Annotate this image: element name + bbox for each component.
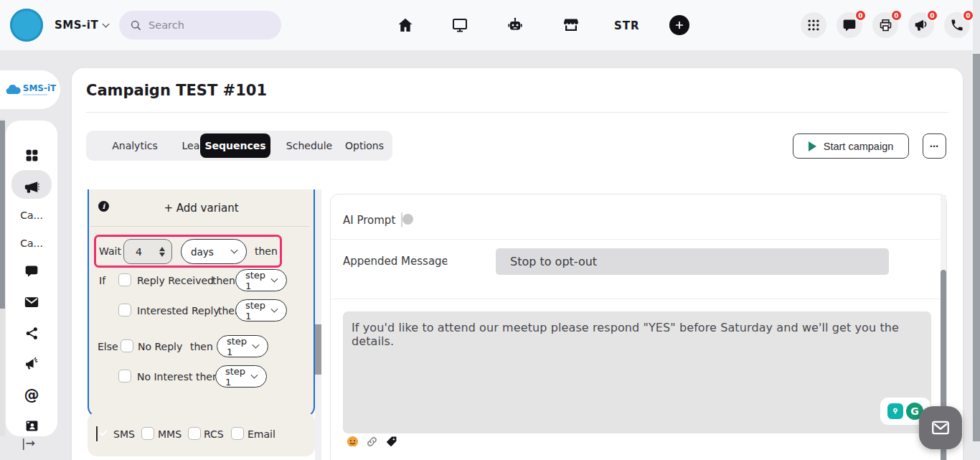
top-navbar: SMS-iT STR 0 0 0 0 [0,0,980,50]
condition-checkbox[interactable] [118,370,131,382]
message-textarea[interactable]: If you'd like to attend our meetup pleas… [343,311,931,433]
robot-icon[interactable] [507,17,524,34]
sidebar-item-mentions[interactable]: @ [6,382,57,408]
condition-step-select[interactable]: step 1 [215,365,267,388]
sidebar-logo[interactable]: SMS-iT [0,70,60,109]
tab-options[interactable]: Options [340,131,389,161]
home-icon[interactable] [397,17,414,34]
divider [86,112,948,113]
wait-then-label: then [255,245,278,257]
condition-step-select[interactable]: step 1 [217,335,268,357]
sidebar-item-announcements[interactable] [6,351,57,377]
channel-checkbox-sms[interactable] [96,426,98,441]
add-button[interactable] [669,15,689,35]
chat-bubble-icon [24,264,39,278]
fax-badge: 0 [890,9,903,22]
search-input[interactable] [149,19,263,31]
channel-checkbox-rcs[interactable] [188,427,201,440]
divider [331,299,946,299]
sidebar-item-campaigns[interactable] [6,174,57,200]
wait-label: Wait [99,245,121,257]
grid-icon [806,18,821,32]
ai-prompt-toggle[interactable] [401,212,402,227]
at-icon: @ [24,388,39,403]
wait-value-input[interactable]: 4 [123,239,172,264]
ai-prompt-label: AI Prompt [343,214,395,227]
wait-unit-select[interactable]: days [181,239,247,264]
condition-label: Interested Reply [137,305,220,316]
lightbulb-icon[interactable] [887,403,903,419]
appended-message-label: Appended Message : [343,255,456,268]
channel-label: RCS [204,428,224,440]
play-icon [809,141,816,151]
fax-button[interactable]: 0 [872,12,898,38]
sidebar-item-mail[interactable] [6,289,57,315]
column-scrollbar-thumb[interactable] [315,324,321,375]
broadcast-button[interactable]: 0 [908,12,934,38]
window-scrollbar-thumb[interactable] [973,54,980,441]
condition-label: No Reply [138,341,182,352]
logo-text: SMS-iT [23,84,57,93]
emoji-icon[interactable] [346,435,359,446]
chat-bubble-icon [842,18,857,32]
condition-checkbox[interactable] [121,339,133,352]
sidebar: Ca... Ca... @ [6,121,57,436]
condition-step-select[interactable]: step 1 [235,299,287,321]
search-bar[interactable] [119,11,281,39]
stepper-icon[interactable] [159,247,165,257]
step-value: step 1 [245,300,272,321]
condition-checkbox[interactable] [118,304,131,316]
sidebar-item-dashboard[interactable] [6,142,57,168]
tab-analytics[interactable]: Analytics [96,131,174,161]
tab-sequences[interactable]: Sequences [200,133,270,158]
condition-step-select[interactable]: step 1 [235,269,287,291]
chevron-down-icon [231,247,238,254]
megaphone-icon [24,179,39,195]
messages-button[interactable]: 0 [837,12,862,38]
wait-unit-value: days [191,246,214,258]
sidebar-scrollbar-thumb[interactable] [0,121,5,309]
workspace-switcher[interactable]: SMS-iT [55,19,108,32]
tag-icon[interactable] [385,435,398,446]
channel-checkbox-email[interactable] [231,427,244,440]
appended-message-input[interactable] [496,248,889,275]
channels-panel: SMS MMS RCS Email [88,412,315,456]
page-title: Campaign TEST #101 [86,82,267,99]
chevron-down-icon [103,20,110,27]
brand-label: SMS-iT [55,19,98,32]
main-card: Campaign TEST #101 Analytics Leads Seque… [72,68,963,460]
divider [331,239,946,240]
add-variant-button[interactable]: + Add variant [89,202,314,215]
content-area: i + Add variant Wait 4 days then If Repl… [72,189,963,460]
avatar[interactable] [10,9,43,42]
cloud-logo-icon [4,83,22,96]
link-icon[interactable] [365,435,379,446]
announce-icon [24,356,39,372]
tab-schedule[interactable]: Schedule [278,131,340,161]
store-icon[interactable] [562,17,580,34]
more-options-button[interactable]: ••• [923,133,946,159]
monitor-icon[interactable] [451,17,468,34]
channel-checkbox-mms[interactable] [141,427,154,440]
str-label[interactable]: STR [614,19,640,32]
support-chat-widget[interactable] [919,406,962,449]
channel-label: SMS [113,428,135,440]
condition-then: then [190,341,213,352]
calls-button[interactable]: 0 [944,12,970,38]
sidebar-item-campaign-2[interactable]: Ca... [6,230,57,256]
condition-label: No Interest [137,371,192,382]
condition-label: Reply Received [137,275,214,286]
apps-grid-button[interactable] [801,12,826,38]
sidebar-item-campaign-1[interactable]: Ca... [6,202,57,228]
start-campaign-button[interactable]: Start campaign [793,133,909,159]
sidebar-item-chat[interactable] [6,258,57,284]
condition-then: then [212,275,235,286]
sidebar-expand-button[interactable]: |→ [22,436,35,450]
condition-checkbox[interactable] [118,273,131,286]
sidebar-item-contacts[interactable] [6,413,57,438]
plus-icon [674,19,685,31]
tab-bar: Analytics Leads Sequences Schedule Optio… [86,131,392,161]
sidebar-item-share[interactable] [6,320,57,346]
phone-icon [950,18,964,32]
dashboard-icon [24,148,39,163]
